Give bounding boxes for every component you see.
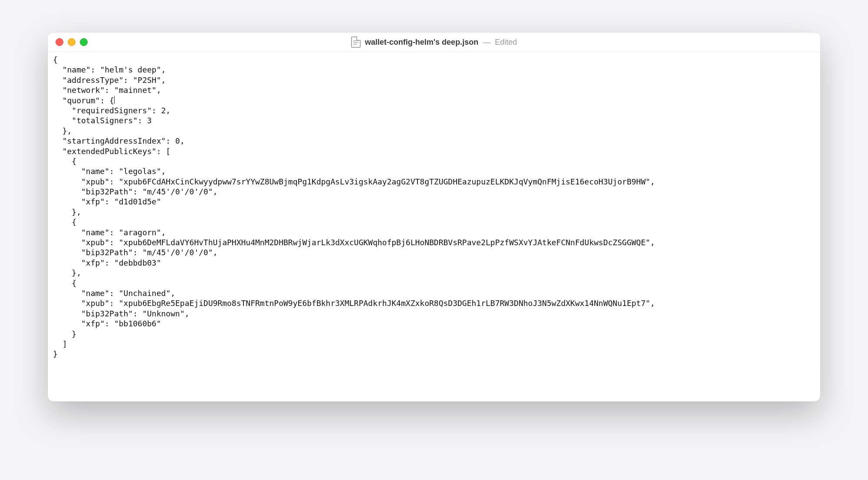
key1-xpub: xpub (86, 238, 105, 247)
key-totalSigners: totalSigners (76, 116, 133, 125)
document-content[interactable]: { "name": "helm's deep", "addressType": … (53, 55, 815, 359)
key-extendedPublicKeys: extendedPublicKeys (67, 147, 152, 156)
val1-xpub: xpub6DeMFLdaVY6HvThUjaPHXHu4MnM2DHBRwjWj… (124, 238, 646, 247)
window-status: Edited (495, 38, 517, 47)
val-addressType: P2SH (138, 76, 156, 85)
key2-xfp: xfp (86, 319, 100, 328)
val-requiredSigners: 2 (161, 106, 166, 115)
key-network: network (67, 85, 100, 95)
text-cursor (114, 96, 115, 104)
val-startingAddressIndex: 0 (175, 136, 180, 145)
traffic-lights (48, 38, 88, 46)
key0-xfp: xfp (86, 197, 100, 206)
val1-bip32Path: m/45'/0'/0'/0 (147, 248, 208, 257)
key1-bip32Path: bip32Path (86, 248, 128, 257)
key-startingAddressIndex: startingAddressIndex (67, 136, 161, 145)
window-minimize-button[interactable] (68, 38, 76, 46)
window-zoom-button[interactable] (80, 38, 88, 46)
val0-xpub: xpub6FCdAHxCinCkwyydpww7srYYwZ8UwBjmqPg1… (124, 177, 646, 186)
key-quorum: quorum (67, 96, 95, 105)
window-filename: wallet-config-helm's deep.json (365, 38, 478, 47)
key-requiredSigners: requiredSigners (76, 106, 147, 115)
key2-bip32Path: bip32Path (86, 309, 128, 318)
val2-xfp: bb1060b6 (119, 319, 157, 328)
key0-name: name (86, 167, 105, 176)
window-close-button[interactable] (56, 38, 63, 46)
key1-name: name (86, 228, 105, 237)
val0-bip32Path: m/45'/0'/0'/0 (147, 187, 208, 196)
val2-xpub: xpub6EbgRe5EpaEjiDU9Rmo8sTNFRmtnPoW9yE6b… (124, 299, 646, 308)
quorum-open-brace: { (109, 96, 114, 105)
key1-xfp: xfp (86, 258, 100, 267)
val2-name: Unchained (124, 289, 166, 298)
val1-xfp: debbdb03 (119, 258, 157, 267)
key2-xpub: xpub (86, 299, 105, 308)
key-name: name (67, 65, 86, 74)
key0-xpub: xpub (86, 177, 105, 186)
val-totalSigners: 3 (147, 116, 152, 125)
val0-name: legolas (124, 167, 157, 176)
key0-bip32Path: bip32Path (86, 187, 128, 196)
editor-body[interactable]: { "name": "helm's deep", "addressType": … (48, 52, 820, 401)
title-separator: — (483, 38, 490, 47)
val-name: helm's deep (105, 65, 156, 74)
titlebar-title: wallet-config-helm's deep.json — Edited (48, 36, 820, 48)
val-network: mainnet (119, 85, 152, 95)
key2-name: name (86, 289, 105, 298)
window-titlebar: wallet-config-helm's deep.json — Edited (48, 33, 820, 52)
val0-xfp: d1d01d5e (119, 197, 157, 206)
val1-name: aragorn (124, 228, 157, 237)
key-addressType: addressType (67, 76, 119, 85)
val2-bip32Path: Unknown (147, 309, 180, 318)
document-icon (351, 36, 361, 48)
editor-window: wallet-config-helm's deep.json — Edited … (48, 33, 820, 401)
